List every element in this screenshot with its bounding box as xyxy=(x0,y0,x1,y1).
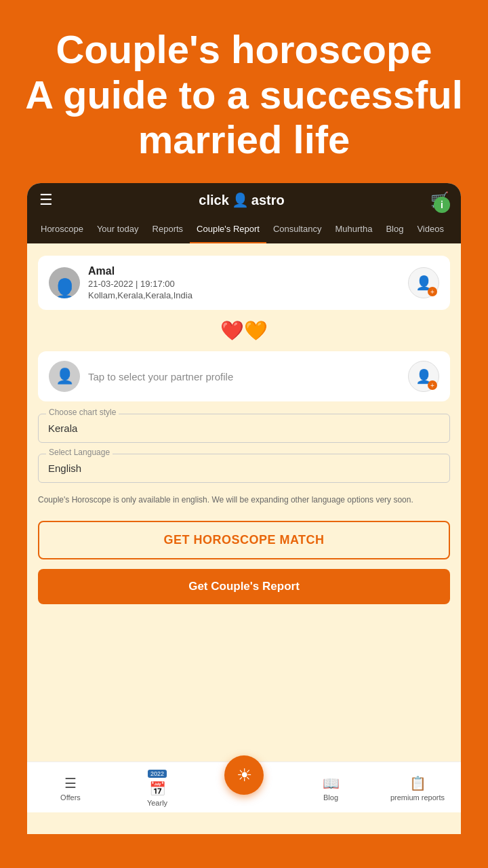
logo-suffix: astro xyxy=(251,193,285,208)
get-horoscope-match-button[interactable]: GET HOROSCOPE MATCH xyxy=(38,521,450,559)
info-badge[interactable]: i xyxy=(434,197,450,213)
app-container: ☰ click 👤 astro 🛒 i Horoscope Your today… xyxy=(27,183,461,834)
top-bar: ☰ click 👤 astro 🛒 i xyxy=(27,183,461,217)
nav-videos[interactable]: Videos xyxy=(410,217,451,243)
nav-yearly[interactable]: 2022 📅 Yearly xyxy=(114,770,201,807)
edit-user-button[interactable]: 👤 + xyxy=(408,267,439,298)
language-input[interactable] xyxy=(38,454,450,483)
user-avatar xyxy=(49,267,80,298)
get-couples-report-button[interactable]: Get Couple's Report xyxy=(38,569,450,604)
offers-label: Offers xyxy=(60,793,81,802)
language-label: Select Language xyxy=(46,448,113,457)
profile-name: Amal xyxy=(88,265,192,277)
hearts-divider: ❤️🧡 xyxy=(38,310,450,351)
partner-avatar: 👤 xyxy=(49,361,80,392)
nav-offers[interactable]: ☰ Offers xyxy=(27,775,114,802)
logo-person-icon: 👤 xyxy=(232,192,249,208)
chart-style-input[interactable] xyxy=(38,414,450,443)
yearly-icon: 📅 xyxy=(149,781,166,797)
nav-reports[interactable]: Reports xyxy=(146,217,190,243)
nav-menu: Horoscope Your today Reports Couple's Re… xyxy=(27,217,461,243)
partner-placeholder: 👤 Tap to select your partner profile xyxy=(49,361,233,392)
premium-reports-label: premium reports xyxy=(390,793,445,802)
main-content: Amal 21-03-2022 | 19:17:00 Kollam,Kerala… xyxy=(27,243,461,626)
nav-blog[interactable]: Blog xyxy=(379,217,410,243)
add-partner-plus-icon: + xyxy=(428,380,437,390)
cart-wrapper: 🛒 i xyxy=(430,191,449,209)
bottom-nav: ☰ Offers 2022 📅 Yearly ☀ 📖 Blog 📋 premiu… xyxy=(27,762,461,812)
profile-left: Amal 21-03-2022 | 19:17:00 Kollam,Kerala… xyxy=(49,265,192,300)
offers-icon: ☰ xyxy=(64,775,77,791)
add-partner-button[interactable]: 👤 + xyxy=(408,361,439,392)
logo-text: click xyxy=(199,193,228,208)
nav-consultancy[interactable]: Consultancy xyxy=(266,217,329,243)
heart-icon: ❤️🧡 xyxy=(220,320,268,341)
partner-tap-text: Tap to select your partner profile xyxy=(88,371,233,382)
nav-blog[interactable]: 📖 Blog xyxy=(287,775,374,802)
profile-info: Amal 21-03-2022 | 19:17:00 Kollam,Kerala… xyxy=(88,265,192,300)
blog-icon: 📖 xyxy=(323,775,340,791)
blog-label: Blog xyxy=(323,793,338,802)
chart-style-field: Choose chart style xyxy=(38,414,450,443)
chart-style-label: Choose chart style xyxy=(46,408,119,417)
nav-horoscope[interactable]: Horoscope xyxy=(34,217,90,243)
profile-dob: 21-03-2022 | 19:17:00 xyxy=(88,279,192,289)
profile-location: Kollam,Kerala,Kerala,India xyxy=(88,290,192,300)
app-logo: click 👤 astro xyxy=(199,192,284,208)
hamburger-menu[interactable]: ☰ xyxy=(39,191,53,209)
yearly-label: Yearly xyxy=(147,799,167,807)
nav-muhurtha[interactable]: Muhurtha xyxy=(328,217,379,243)
nav-couples-report[interactable]: Couple's Report xyxy=(190,217,266,243)
info-note: Couple's Horoscope is only available in … xyxy=(38,494,450,506)
hero-section: Couple's horoscopeA guide to a successfu… xyxy=(0,0,488,183)
content-spacer xyxy=(27,626,461,762)
language-field: Select Language xyxy=(38,454,450,483)
sun-icon: ☀ xyxy=(237,765,252,786)
nav-premium-reports[interactable]: 📋 premium reports xyxy=(374,775,461,802)
nav-sun-center[interactable]: ☀ xyxy=(201,755,287,796)
hero-title: Couple's horoscopeA guide to a successfu… xyxy=(20,27,468,163)
premium-reports-icon: 📋 xyxy=(409,775,426,791)
yearly-tag: 2022 xyxy=(148,770,167,778)
partner-profile-card[interactable]: 👤 Tap to select your partner profile 👤 + xyxy=(38,351,450,401)
nav-your-today[interactable]: Your today xyxy=(90,217,146,243)
plus-badge-icon: + xyxy=(428,287,437,296)
user-profile-card: Amal 21-03-2022 | 19:17:00 Kollam,Kerala… xyxy=(38,256,450,310)
sun-button[interactable]: ☀ xyxy=(224,755,264,795)
